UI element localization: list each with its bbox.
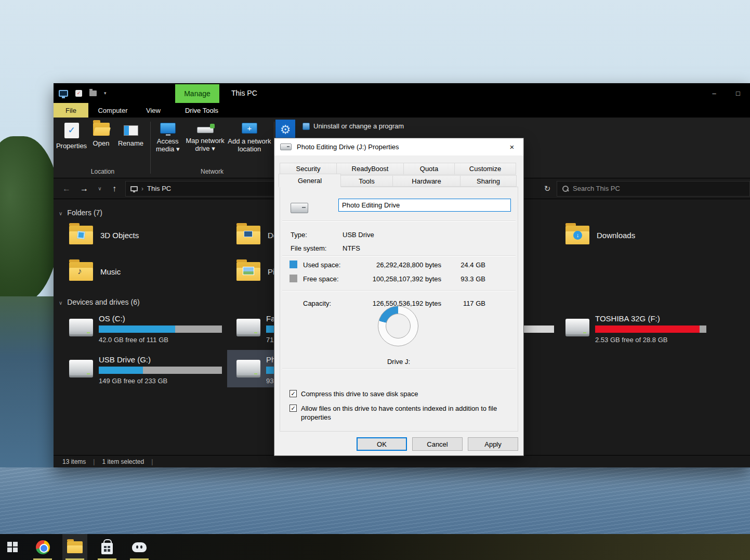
tab-general[interactable]: General <box>279 174 341 187</box>
tab-readyboost[interactable]: ReadyBoost <box>337 163 404 175</box>
cancel-button[interactable]: Cancel <box>412 437 463 451</box>
search-input[interactable] <box>573 185 744 192</box>
drive-icon <box>565 319 589 336</box>
drive-toshiba-f[interactable]: TOSHIBA 32G (F:) 2.53 GB free of 28.8 GB <box>565 312 722 347</box>
taskbar-discord-button[interactable] <box>127 534 152 560</box>
folder-icon <box>236 262 260 281</box>
folder-name: Music <box>100 267 121 276</box>
screen: ✓ ▾ Manage This PC – □ File Computer Vie… <box>0 0 750 560</box>
taskbar-store-button[interactable] <box>95 534 120 560</box>
capacity-bar <box>99 367 222 374</box>
selection-count: 1 item selected <box>102 458 144 465</box>
start-button[interactable] <box>0 534 25 560</box>
manage-contextual-tab[interactable]: Manage <box>175 84 219 103</box>
breadcrumb[interactable]: This PC <box>147 185 171 192</box>
program-icon <box>302 123 310 130</box>
folder-3d-objects[interactable]: 3D Objects <box>69 223 225 247</box>
refresh-button[interactable]: ↻ <box>538 184 557 193</box>
quick-access-toolbar: ✓ ▾ <box>59 83 107 103</box>
taskbar-chrome-button[interactable] <box>30 534 55 560</box>
folder-name: Downloads <box>597 231 635 240</box>
title-bar: ✓ ▾ Manage This PC – □ <box>54 83 750 103</box>
rename-button[interactable]: Rename <box>116 118 146 150</box>
compress-checkbox[interactable]: ✓ <box>290 390 297 397</box>
drive-name: TOSHIBA 32G (F:) <box>595 314 660 323</box>
free-space-bytes: 100,258,107,392 bytes <box>353 275 441 283</box>
file-system-label: File system: <box>291 244 326 252</box>
tab-hardware[interactable]: Hardware <box>393 175 460 187</box>
access-media-button[interactable]: Access media ▾ <box>152 118 183 153</box>
separator <box>282 368 516 369</box>
dialog-tab-strip: Security ReadyBoost Quota Customize Gene… <box>274 155 523 187</box>
drive-icon <box>236 360 260 377</box>
free-space-size: 93.3 GB <box>444 275 485 283</box>
type-label: Type: <box>291 231 307 239</box>
map-network-drive-label: Map network drive ▾ <box>183 137 226 153</box>
uninstall-gear-icon[interactable] <box>275 120 295 139</box>
tab-tools[interactable]: Tools <box>341 175 393 187</box>
properties-label: Properties <box>56 142 87 150</box>
used-space-size: 24.4 GB <box>444 261 485 269</box>
forward-button[interactable]: → <box>75 184 93 193</box>
add-network-location-button[interactable]: Add a network location <box>227 118 272 153</box>
tab-file[interactable]: File <box>54 103 88 118</box>
search-box[interactable] <box>557 181 750 197</box>
recent-locations-chevron[interactable]: ∨ <box>93 186 107 191</box>
devices-section-header[interactable]: ∨Devices and drives (6) <box>59 298 140 306</box>
qat-properties-icon[interactable]: ✓ <box>75 90 82 97</box>
map-network-drive-icon <box>197 127 214 133</box>
drive-os-c[interactable]: OS (C:) 42.0 GB free of 111 GB <box>69 312 226 347</box>
separator <box>282 255 516 256</box>
folder-name: 3D Objects <box>100 231 139 240</box>
ribbon-group-location: Properties Open Rename Location <box>57 118 149 178</box>
tab-view[interactable]: View <box>137 103 169 118</box>
map-network-drive-button[interactable]: Map network drive ▾ <box>183 118 226 153</box>
uninstall-label: Uninstall or change a program <box>313 122 404 130</box>
folder-music[interactable]: Music <box>69 259 225 283</box>
back-button[interactable]: ← <box>58 184 75 193</box>
drive-icon <box>280 144 292 150</box>
tab-drive-tools[interactable]: Drive Tools <box>169 103 234 118</box>
folder-downloads[interactable]: Downloads <box>565 223 721 247</box>
add-network-location-label: Add a network location <box>227 138 272 153</box>
used-space-label: Used space: <box>303 261 340 269</box>
qat-customize-caret-icon[interactable]: ▾ <box>104 90 107 96</box>
drive-label-input[interactable] <box>338 199 511 212</box>
collapse-chevron-icon: ∨ <box>59 211 62 216</box>
folder-icon <box>565 226 589 244</box>
tab-computer[interactable]: Computer <box>88 103 137 118</box>
taskbar-file-explorer-button[interactable] <box>62 534 87 560</box>
cube-icon <box>77 231 85 239</box>
free-space-label: Free space: <box>303 275 339 283</box>
ok-button[interactable]: OK <box>357 437 407 451</box>
open-folder-icon <box>93 123 110 136</box>
properties-button[interactable]: Properties <box>57 118 86 150</box>
folder-icon <box>69 226 93 244</box>
tab-quota[interactable]: Quota <box>404 163 455 175</box>
rename-label: Rename <box>118 140 143 148</box>
index-checkbox[interactable]: ✓ <box>290 405 297 412</box>
photo-thumbnail-icon <box>243 267 254 275</box>
hidden-drive-bar-fragment <box>524 325 554 333</box>
minimize-button[interactable]: – <box>702 83 726 103</box>
compress-checkbox-label[interactable]: Compress this drive to save disk space <box>301 390 418 399</box>
up-button[interactable]: ↑ <box>107 184 122 193</box>
index-checkbox-label[interactable]: Allow files on this drive to have conten… <box>301 405 508 422</box>
dialog-close-button[interactable]: × <box>501 138 523 155</box>
tab-security[interactable]: Security <box>280 163 337 175</box>
folders-section-header[interactable]: ∨Folders (7) <box>59 209 102 217</box>
maximize-button[interactable]: □ <box>726 83 750 103</box>
breadcrumb-separator-icon: › <box>141 185 143 192</box>
capacity-bar <box>99 325 222 333</box>
desktop-wallpaper-shore <box>0 296 56 468</box>
qat-new-folder-icon[interactable] <box>89 90 97 96</box>
add-network-location-icon <box>242 123 257 134</box>
discord-icon <box>132 542 147 552</box>
properties-icon <box>64 123 79 138</box>
tab-customize[interactable]: Customize <box>455 163 516 175</box>
uninstall-program-button[interactable]: Uninstall or change a program <box>302 122 404 130</box>
drive-usb-g[interactable]: USB Drive (G:) 149 GB free of 233 GB <box>69 354 226 388</box>
apply-button[interactable]: Apply <box>468 437 518 451</box>
tab-sharing[interactable]: Sharing <box>460 175 517 187</box>
open-button[interactable]: Open <box>86 118 116 150</box>
